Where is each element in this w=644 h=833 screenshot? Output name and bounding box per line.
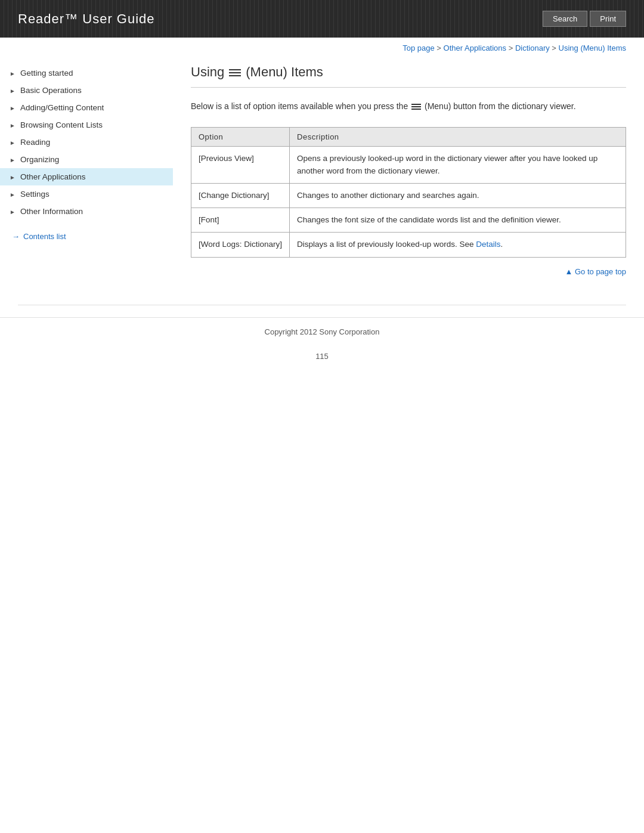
heading-suffix: (Menu) Items <box>246 64 323 80</box>
sidebar-item-label: Getting started <box>20 69 73 78</box>
sidebar-item-browsing[interactable]: ► Browsing Content Lists <box>0 116 173 134</box>
arrow-icon: ► <box>10 88 16 94</box>
table-cell-description: Opens a previously looked-up word in the… <box>290 147 626 184</box>
sidebar-item-label: Browsing Content Lists <box>20 120 103 129</box>
sidebar-item-settings[interactable]: ► Settings <box>0 185 173 203</box>
header-buttons: Search Print <box>543 11 626 27</box>
table-row: [Previous View] Opens a previously looke… <box>191 147 626 184</box>
breadcrumb-separator-1: > <box>436 44 443 52</box>
arrow-icon: ► <box>10 209 16 215</box>
sidebar-item-getting-started[interactable]: ► Getting started <box>0 64 173 82</box>
table-col1-header: Option <box>191 128 290 147</box>
sidebar-item-reading[interactable]: ► Reading <box>0 134 173 151</box>
menu-icon <box>229 64 241 80</box>
intro-paragraph: Below is a list of option items availabl… <box>191 100 626 113</box>
contents-link-label: Contents list <box>23 232 66 241</box>
sidebar-item-label: Adding/Getting Content <box>20 103 104 112</box>
arrow-icon: ► <box>10 191 16 197</box>
footer: Copyright 2012 Sony Corporation <box>0 317 644 346</box>
header: Reader™ User Guide Search Print <box>0 0 644 38</box>
menu-icon-inline <box>410 101 425 111</box>
page-heading: Using (Menu) Items <box>191 64 626 88</box>
page-number: 115 <box>0 346 644 367</box>
table-cell-option: [Font] <box>191 208 290 233</box>
arrow-icon: ► <box>10 105 16 111</box>
arrow-right-icon: → <box>12 232 20 241</box>
main-content: Using (Menu) Items Below is a list of op… <box>173 58 644 305</box>
arrow-icon: ► <box>10 174 16 180</box>
sidebar-item-adding-content[interactable]: ► Adding/Getting Content <box>0 99 173 116</box>
arrow-icon: ► <box>10 140 16 145</box>
table-cell-option: [Word Logs: Dictionary] <box>191 233 290 257</box>
page-layout: ► Getting started ► Basic Operations ► A… <box>0 58 644 305</box>
print-button[interactable]: Print <box>590 11 626 27</box>
sidebar-item-label: Other Information <box>20 207 83 216</box>
table-cell-option: [Previous View] <box>191 147 290 184</box>
sidebar-item-other-information[interactable]: ► Other Information <box>0 203 173 220</box>
table-cell-option: [Change Dictionary] <box>191 183 290 208</box>
contents-list-link[interactable]: → Contents list <box>0 226 173 247</box>
copyright-text: Copyright 2012 Sony Corporation <box>265 327 380 336</box>
search-button[interactable]: Search <box>543 11 587 27</box>
breadcrumb-other-applications[interactable]: Other Applications <box>444 44 507 52</box>
intro-text-after: (Menu) button from the dictionary viewer… <box>425 101 576 111</box>
breadcrumb-top-page[interactable]: Top page <box>402 44 435 52</box>
go-to-top: ▲ Go to page top <box>191 258 626 281</box>
breadcrumb: Top page > Other Applications > Dictiona… <box>0 38 644 58</box>
arrow-icon: ► <box>10 157 16 163</box>
sidebar-item-label: Reading <box>20 138 50 147</box>
arrow-icon: ► <box>10 122 16 128</box>
sidebar: ► Getting started ► Basic Operations ► A… <box>0 58 173 305</box>
sidebar-item-organizing[interactable]: ► Organizing <box>0 151 173 168</box>
breadcrumb-separator-2: > <box>509 44 515 52</box>
sidebar-item-other-applications[interactable]: ► Other Applications <box>0 168 173 185</box>
sidebar-item-label: Basic Operations <box>20 86 82 95</box>
intro-text-before: Below is a list of option items availabl… <box>191 101 408 111</box>
table-row: [Font] Changes the font size of the cand… <box>191 208 626 233</box>
options-table: Option Description [Previous View] Opens… <box>191 127 626 257</box>
sidebar-item-label: Settings <box>20 190 49 199</box>
breadcrumb-current[interactable]: Using (Menu) Items <box>559 44 626 52</box>
table-col2-header: Description <box>290 128 626 147</box>
breadcrumb-dictionary[interactable]: Dictionary <box>515 44 550 52</box>
breadcrumb-separator-3: > <box>552 44 558 52</box>
table-cell-description: Displays a list of previously looked-up … <box>290 233 626 257</box>
go-to-top-link[interactable]: ▲ Go to page top <box>565 267 627 276</box>
heading-prefix: Using <box>191 64 224 80</box>
arrow-icon: ► <box>10 70 16 76</box>
sidebar-item-basic-operations[interactable]: ► Basic Operations <box>0 82 173 99</box>
sidebar-item-label: Organizing <box>20 155 59 164</box>
site-title: Reader™ User Guide <box>18 11 155 27</box>
table-cell-description: Changes the font size of the candidate w… <box>290 208 626 233</box>
table-row: [Word Logs: Dictionary] Displays a list … <box>191 233 626 257</box>
table-row: [Change Dictionary] Changes to another d… <box>191 183 626 208</box>
table-cell-description: Changes to another dictionary and search… <box>290 183 626 208</box>
details-link[interactable]: Details <box>476 240 500 249</box>
sidebar-item-label: Other Applications <box>20 172 86 181</box>
